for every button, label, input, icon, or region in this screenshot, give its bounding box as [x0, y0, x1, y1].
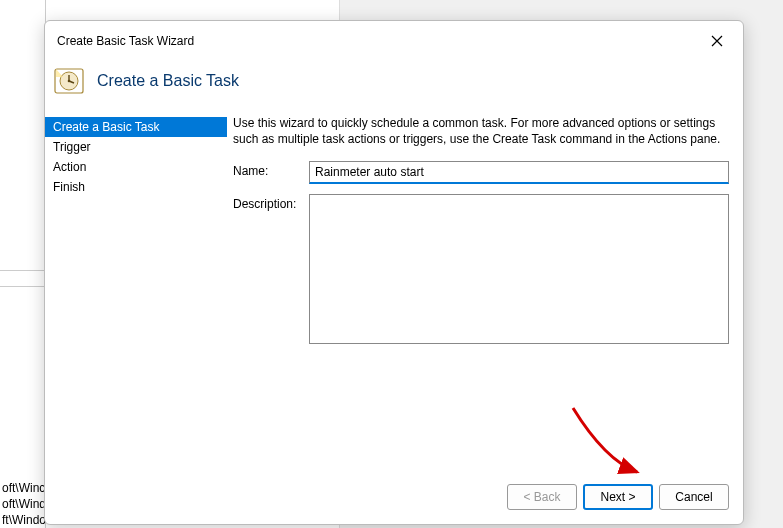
dialog-title: Create Basic Task Wizard [57, 34, 194, 48]
sidebar-item-action[interactable]: Action [45, 157, 227, 177]
name-row: Name: [233, 161, 729, 184]
sidebar-item-trigger[interactable]: Trigger [45, 137, 227, 157]
wizard-content: Use this wizard to quickly schedule a co… [227, 115, 729, 474]
description-row: Description: [233, 194, 729, 344]
bg-divider [0, 270, 46, 271]
next-button[interactable]: Next > [583, 484, 653, 510]
name-label: Name: [233, 161, 305, 178]
wizard-dialog: Create Basic Task Wizard Create a Basic … [44, 20, 744, 525]
back-button: < Back [507, 484, 577, 510]
description-label: Description: [233, 194, 305, 211]
wizard-intro-text: Use this wizard to quickly schedule a co… [233, 115, 729, 161]
close-button[interactable] [703, 29, 731, 53]
wizard-body: Create a Basic Task Trigger Action Finis… [45, 115, 743, 474]
description-textarea[interactable] [309, 194, 729, 344]
background-list [0, 0, 46, 528]
wizard-header: Create a Basic Task [45, 57, 743, 115]
bg-divider [0, 286, 46, 287]
wizard-header-title: Create a Basic Task [97, 72, 239, 90]
titlebar: Create Basic Task Wizard [45, 21, 743, 57]
name-input[interactable] [309, 161, 729, 184]
cancel-button[interactable]: Cancel [659, 484, 729, 510]
sidebar-item-finish[interactable]: Finish [45, 177, 227, 197]
wizard-sidebar: Create a Basic Task Trigger Action Finis… [45, 115, 227, 474]
sidebar-item-create-basic-task[interactable]: Create a Basic Task [45, 117, 227, 137]
wizard-footer: < Back Next > Cancel [45, 474, 743, 524]
wizard-clock-icon [53, 65, 85, 97]
close-icon [711, 35, 723, 47]
